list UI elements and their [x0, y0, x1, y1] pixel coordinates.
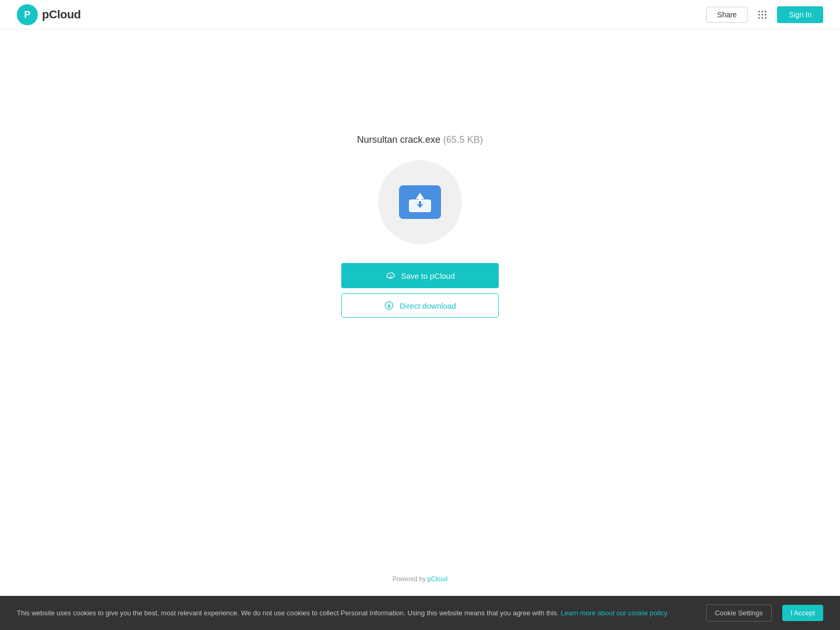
save-button-label: Save to pCloud	[401, 271, 455, 280]
svg-point-10	[765, 17, 766, 18]
cloud-upload-icon	[385, 270, 396, 281]
share-button[interactable]: Share	[706, 7, 748, 23]
logo-area: P pCloud	[17, 4, 81, 25]
signin-button[interactable]: Sign In	[777, 6, 823, 23]
powered-by: Powered by pCloud	[393, 575, 448, 583]
direct-download-label: Direct download	[400, 301, 456, 310]
svg-text:P: P	[24, 9, 30, 20]
svg-point-9	[762, 17, 763, 18]
pcloud-logo-icon: P	[17, 4, 38, 25]
svg-point-4	[765, 10, 766, 12]
powered-by-link[interactable]: pCloud	[427, 575, 447, 583]
svg-point-5	[759, 14, 760, 15]
cookie-message: This website uses cookies to give you th…	[17, 609, 559, 617]
svg-rect-14	[419, 201, 421, 207]
logo-text: pCloud	[42, 8, 81, 22]
cookie-policy-link[interactable]: Learn more about our cookie policy.	[561, 609, 669, 617]
cookie-banner: This website uses cookies to give you th…	[0, 596, 840, 630]
powered-by-text: Powered by	[393, 575, 428, 583]
direct-download-button[interactable]: Direct download	[341, 293, 499, 318]
svg-point-2	[759, 10, 760, 12]
grid-icon[interactable]	[754, 6, 771, 23]
download-circle-icon	[384, 300, 394, 311]
header-right: Share Sign In	[706, 6, 823, 23]
svg-point-8	[759, 17, 760, 18]
accept-button[interactable]: I Accept	[782, 605, 823, 621]
cookie-text: This website uses cookies to give you th…	[17, 608, 696, 618]
download-box-icon	[399, 185, 441, 219]
main-content: Nursultan crack.exe (65.5 KB) Save to pC…	[0, 29, 840, 318]
cookie-settings-button[interactable]: Cookie Settings	[706, 604, 772, 622]
file-info: Nursultan crack.exe (65.5 KB)	[357, 134, 483, 145]
svg-point-3	[762, 10, 763, 12]
save-to-pcloud-button[interactable]: Save to pCloud	[341, 263, 499, 288]
svg-point-7	[765, 14, 766, 15]
file-name-text: Nursultan crack.exe	[357, 134, 440, 145]
file-icon-circle	[378, 160, 462, 244]
svg-marker-13	[416, 193, 424, 200]
svg-point-6	[762, 14, 763, 15]
action-buttons: Save to pCloud Direct download	[341, 263, 499, 318]
header: P pCloud Share Sign In	[0, 0, 840, 29]
file-size-text: (65.5 KB)	[443, 134, 483, 145]
